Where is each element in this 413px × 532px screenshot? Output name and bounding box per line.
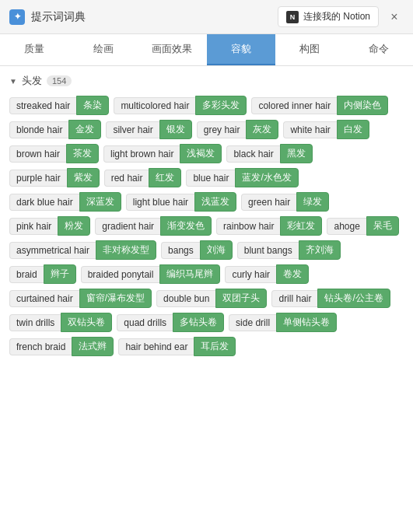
tag-curly-hair-en[interactable]: curly hair bbox=[225, 266, 276, 283]
tag-dark-blue-hair-zh[interactable]: 深蓝发 bbox=[79, 192, 121, 212]
tab-quality[interactable]: 质量 bbox=[0, 34, 69, 65]
tag-quad-drills-en[interactable]: quad drills bbox=[117, 314, 173, 331]
tag-asymmetrical-hair-en[interactable]: asymmetrical hair bbox=[9, 242, 96, 259]
tag-group-purple: purple hair 紫发 bbox=[9, 168, 100, 187]
tab-command[interactable]: 命令 bbox=[345, 34, 414, 65]
tag-brown-hair-zh[interactable]: 茶发 bbox=[66, 144, 99, 163]
tag-streaked-hair-en[interactable]: streaked hair bbox=[9, 97, 76, 114]
tag-group-hair-behind-ear: hair behind ear 耳后发 bbox=[118, 337, 236, 356]
tag-pink-hair-en[interactable]: pink hair bbox=[9, 218, 58, 235]
tag-brown-hair-en[interactable]: brown hair bbox=[9, 145, 66, 163]
notion-connect-button[interactable]: N 连接我的 Notion bbox=[278, 6, 379, 27]
tag-multicolored-hair-en[interactable]: multicolored hair bbox=[114, 97, 195, 114]
tag-group-twin-drills: twin drills 双钻头卷 bbox=[9, 313, 112, 332]
tag-curly-hair-zh[interactable]: 卷发 bbox=[276, 264, 309, 284]
tag-side-drill-en[interactable]: side drill bbox=[229, 314, 276, 331]
tag-blunt-bangs-zh[interactable]: 齐刘海 bbox=[299, 240, 341, 260]
tab-painting[interactable]: 绘画 bbox=[69, 34, 138, 65]
tag-blonde-hair-zh[interactable]: 金发 bbox=[68, 120, 101, 139]
tab-effects[interactable]: 画面效果 bbox=[138, 34, 207, 65]
tag-pink-hair-zh[interactable]: 粉发 bbox=[58, 216, 90, 236]
tag-blonde-hair-en[interactable]: blonde hair bbox=[9, 121, 68, 138]
tag-drill-hair-zh[interactable]: 钻头卷/公主卷 bbox=[317, 289, 390, 308]
tag-side-drill-zh[interactable]: 单侧钻头卷 bbox=[276, 313, 337, 332]
tag-group-braid: braid 辫子 bbox=[9, 264, 76, 284]
tag-colored-inner-hair-en[interactable]: colored inner hair bbox=[251, 97, 337, 114]
tag-group-dark-blue: dark blue hair 深蓝发 bbox=[9, 192, 121, 212]
tag-group-pink: pink hair 粉发 bbox=[9, 216, 90, 236]
tag-black-hair-zh[interactable]: 黑发 bbox=[280, 144, 313, 163]
tag-multicolored-hair-zh[interactable]: 多彩头发 bbox=[195, 96, 247, 115]
tag-drill-hair-en[interactable]: drill hair bbox=[271, 290, 317, 307]
tag-ahoge-zh[interactable]: 呆毛 bbox=[366, 216, 399, 236]
notion-icon: N bbox=[286, 11, 299, 23]
tag-purple-hair-en[interactable]: purple hair bbox=[9, 170, 67, 187]
tag-group-double-bun: double bun 双团子头 bbox=[156, 289, 267, 308]
tag-group-colored-inner: colored inner hair 内侧染色 bbox=[251, 96, 388, 115]
tag-quad-drills-zh[interactable]: 多钻头卷 bbox=[173, 313, 224, 332]
tag-silver-hair-zh[interactable]: 银发 bbox=[159, 120, 192, 139]
tag-rainbow-hair-en[interactable]: rainbow hair bbox=[216, 218, 280, 235]
section-header: ▼ 头发 154 bbox=[9, 74, 404, 88]
tag-bangs-zh[interactable]: 刘海 bbox=[200, 240, 233, 260]
tag-double-bun-en[interactable]: double bun bbox=[156, 290, 215, 307]
section-count: 154 bbox=[47, 75, 72, 86]
tag-ahoge-en[interactable]: ahoge bbox=[327, 218, 366, 235]
tag-group-asymmetrical: asymmetrical hair 非对称发型 bbox=[9, 240, 156, 260]
tag-rainbow-hair-zh[interactable]: 彩虹发 bbox=[280, 216, 322, 236]
tag-french-braid-zh[interactable]: 法式辫 bbox=[72, 337, 114, 356]
tag-twin-drills-en[interactable]: twin drills bbox=[9, 314, 61, 331]
tag-asymmetrical-hair-zh[interactable]: 非对称发型 bbox=[96, 240, 156, 260]
tag-light-blue-hair-zh[interactable]: 浅蓝发 bbox=[194, 192, 236, 212]
tag-white-hair-en[interactable]: white hair bbox=[283, 121, 336, 138]
tag-grey-hair-zh[interactable]: 灰发 bbox=[246, 120, 278, 139]
tag-red-hair-zh[interactable]: 红发 bbox=[149, 168, 181, 187]
tag-white-hair-zh[interactable]: 白发 bbox=[337, 120, 369, 139]
tag-twin-drills-zh[interactable]: 双钻头卷 bbox=[61, 313, 112, 332]
tag-light-blue-hair-en[interactable]: light blue hair bbox=[126, 194, 194, 211]
tag-group-red: red hair 红发 bbox=[104, 168, 182, 187]
tag-blue-hair-zh[interactable]: 蓝发/水色发 bbox=[235, 168, 298, 187]
tag-braid-zh[interactable]: 辫子 bbox=[44, 264, 76, 284]
tag-black-hair-en[interactable]: black hair bbox=[226, 145, 279, 163]
tag-grey-hair-en[interactable]: grey hair bbox=[197, 121, 247, 138]
tag-gradient-hair-en[interactable]: gradient hair bbox=[95, 218, 160, 235]
tag-hair-behind-ear-zh[interactable]: 耳后发 bbox=[194, 337, 236, 356]
main-content: ▼ 头发 154 streaked hair 条染 multicolored h… bbox=[0, 66, 413, 364]
tag-group-drill-hair: drill hair 钻头卷/公主卷 bbox=[271, 289, 390, 308]
tag-gradient-hair-zh[interactable]: 渐变发色 bbox=[160, 216, 212, 236]
tag-blunt-bangs-en[interactable]: blunt bangs bbox=[237, 242, 299, 259]
tag-blue-hair-en[interactable]: blue hair bbox=[186, 170, 235, 187]
tag-light-brown-hair-zh[interactable]: 浅褐发 bbox=[180, 144, 222, 163]
tag-red-hair-en[interactable]: red hair bbox=[104, 170, 149, 187]
tag-silver-hair-en[interactable]: silver hair bbox=[106, 121, 159, 138]
tag-braid-en[interactable]: braid bbox=[9, 266, 44, 283]
tag-bangs-en[interactable]: bangs bbox=[161, 242, 200, 259]
tag-braided-ponytail-zh[interactable]: 编织马尾辫 bbox=[159, 264, 220, 284]
tag-green-hair-en[interactable]: green hair bbox=[241, 194, 296, 211]
tag-colored-inner-hair-zh[interactable]: 内侧染色 bbox=[337, 96, 388, 115]
tag-group-bangs: bangs 刘海 bbox=[161, 240, 233, 260]
tag-hair-behind-ear-en[interactable]: hair behind ear bbox=[118, 338, 194, 355]
tag-group-blunt-bangs: blunt bangs 齐刘海 bbox=[237, 240, 341, 260]
tag-group-blue: blue hair 蓝发/水色发 bbox=[186, 168, 298, 187]
section-arrow: ▼ bbox=[9, 77, 17, 86]
app-title: 提示词词典 bbox=[31, 10, 86, 24]
tag-french-braid-en[interactable]: french braid bbox=[9, 338, 72, 355]
tag-light-brown-hair-en[interactable]: light brown hair bbox=[103, 145, 180, 163]
tag-curtained-hair-zh[interactable]: 窗帘/瀑布发型 bbox=[79, 289, 152, 308]
tag-curtained-hair-en[interactable]: curtained hair bbox=[9, 290, 79, 307]
tag-group-curly: curly hair 卷发 bbox=[225, 264, 309, 284]
close-button[interactable]: × bbox=[385, 8, 404, 26]
tab-composition[interactable]: 构图 bbox=[275, 34, 345, 65]
tab-appearance[interactable]: 容貌 bbox=[207, 34, 276, 65]
tag-double-bun-zh[interactable]: 双团子头 bbox=[215, 289, 267, 308]
tag-group-white: white hair 白发 bbox=[283, 120, 369, 139]
app-icon: ✦ bbox=[9, 9, 25, 25]
tag-dark-blue-hair-en[interactable]: dark blue hair bbox=[9, 194, 79, 211]
tag-purple-hair-zh[interactable]: 紫发 bbox=[67, 168, 100, 187]
tag-green-hair-zh[interactable]: 绿发 bbox=[296, 192, 329, 212]
tag-streaked-hair-zh[interactable]: 条染 bbox=[76, 96, 109, 115]
tag-group-quad-drills: quad drills 多钻头卷 bbox=[117, 313, 224, 332]
tag-braided-ponytail-en[interactable]: braided ponytail bbox=[81, 266, 160, 283]
